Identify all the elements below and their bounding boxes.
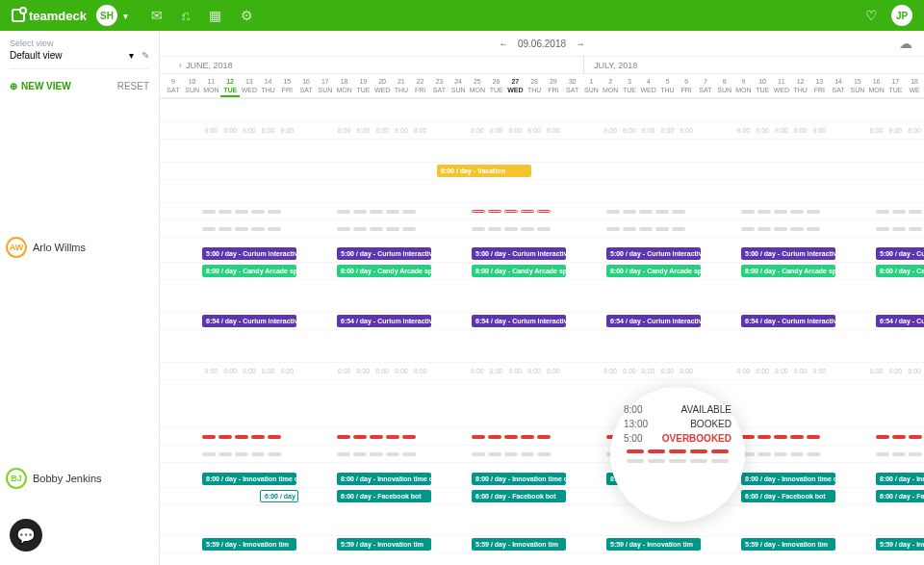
day-column[interactable]: 8SUN	[715, 74, 734, 97]
booking-bar[interactable]: 8:00 / day - Innovation time of	[202, 473, 296, 485]
day-column[interactable]: 12THU	[791, 74, 810, 97]
cloud-download-icon[interactable]: ☁	[899, 36, 912, 51]
booking-bar[interactable]: 5:59 / day - Innovation tim	[606, 538, 701, 551]
booking-bar[interactable]: 5:59 / day - Innovation tim	[876, 538, 924, 551]
booking-bar[interactable]: 5:59 / day - Innovation tim	[472, 538, 566, 551]
booking-bar[interactable]: 8:00 / day - Innovation time of	[876, 473, 924, 485]
booking-bar[interactable]: 6:54 / day - Curium Interactiv	[202, 315, 296, 327]
timeline-icon[interactable]: ⎌	[182, 8, 190, 23]
day-column[interactable]: 17SUN	[316, 74, 335, 97]
booking-bar[interactable]: 6:54 / day - Curium Interactiv	[472, 315, 566, 327]
day-column[interactable]: 9SAT	[164, 74, 183, 97]
day-column[interactable]: 22FRI	[411, 74, 430, 97]
day-column[interactable]: 26TUE	[487, 74, 506, 97]
booking-bar[interactable]: 6:00 / day	[260, 490, 298, 502]
arrow-right-icon[interactable]: →	[576, 39, 585, 49]
bell-icon[interactable]: ♡	[865, 8, 878, 23]
user-avatar[interactable]: JP	[891, 5, 912, 26]
reset-button[interactable]: RESET	[117, 81, 149, 91]
arrow-left-icon[interactable]: ←	[499, 39, 508, 49]
day-column[interactable]: 3TUE	[620, 74, 639, 97]
day-column[interactable]: 5THU	[658, 74, 678, 97]
booking-bar[interactable]: 6:00 / day - Facebook bot	[876, 490, 924, 502]
resource-row[interactable]: BJ Bobby Jenkins	[6, 468, 102, 489]
booking-bar[interactable]: 8:00 / day - Candy Arcade sp.	[606, 265, 701, 277]
booking-bar[interactable]: 6:00 / day - Facebook bot	[741, 490, 835, 502]
booking-bar[interactable]: 8:00 / day - Innovation time of	[337, 473, 431, 485]
day-column[interactable]: 28THU	[525, 74, 544, 97]
booking-bar[interactable]: 5:00 / day - Curium Interactiv	[337, 247, 431, 260]
settings-icon[interactable]: ⚙	[241, 8, 253, 23]
booking-bar[interactable]: 8:00 / day - Candy Arcade sp.	[337, 265, 431, 277]
day-column[interactable]: 15FRI	[278, 74, 297, 97]
chevron-down-icon[interactable]: ▾	[129, 50, 134, 61]
day-column[interactable]: 7SAT	[696, 74, 715, 97]
inbox-icon[interactable]: ✉	[151, 8, 163, 23]
booking-bar[interactable]: 6:54 / day - Curium Interactiv	[876, 315, 924, 327]
logo[interactable]: teamdeck	[12, 9, 87, 23]
day-column[interactable]: 11MON	[202, 74, 221, 97]
day-column[interactable]: 25MON	[468, 74, 487, 97]
workspace-avatar[interactable]: SH	[96, 5, 117, 26]
day-column[interactable]: 10TUE	[753, 74, 772, 97]
booking-bar[interactable]: 5:00 / day - Curium Interactiv	[202, 247, 296, 260]
day-column[interactable]: 19TUE	[354, 74, 373, 97]
new-view-button[interactable]: ⊕NEW VIEW	[10, 81, 71, 91]
day-column[interactable]: 27WED	[506, 74, 526, 97]
day-column[interactable]: 20WED	[372, 74, 392, 97]
booking-bar[interactable]: 6:54 / day - Curium Interactiv	[337, 315, 431, 327]
booking-bar[interactable]: 5:59 / day - Innovation tim	[202, 538, 296, 551]
booking-bar[interactable]: 6:00 / day - Facebook bot	[472, 490, 566, 502]
booking-bar[interactable]: 5:59 / day - Innovation tim	[337, 538, 431, 551]
day-column[interactable]: 18WE	[905, 74, 924, 97]
booking-bar[interactable]: 6:54 / day - Curium Interactiv	[606, 315, 701, 327]
booking-bar[interactable]: 8:00 / day - Candy Arcade sp.	[876, 265, 924, 277]
arrow-left-icon[interactable]: ‹	[179, 61, 182, 70]
current-date[interactable]: 09.06.2018	[518, 39, 566, 49]
day-column[interactable]: 30SAT	[563, 74, 582, 97]
day-column[interactable]: 18MON	[335, 74, 354, 97]
day-column[interactable]: 14SAT	[829, 74, 848, 97]
day-column[interactable]: 16MON	[867, 74, 886, 97]
booking-bar-vacation[interactable]: 8:00 / day - Vacation	[437, 165, 531, 177]
logo-text: teamdeck	[29, 9, 87, 23]
day-column[interactable]: 13FRI	[810, 74, 830, 97]
day-column[interactable]: 12TUE	[220, 74, 240, 97]
booking-bar[interactable]: 8:00 / day - Innovation time of	[741, 473, 835, 485]
chat-widget[interactable]: 💬	[10, 519, 42, 552]
day-column[interactable]: 2MON	[601, 74, 620, 97]
booking-bar[interactable]: 5:59 / day - Innovation tim	[741, 538, 835, 551]
day-column[interactable]: 4WED	[639, 74, 658, 97]
day-column[interactable]: 1SUN	[582, 74, 602, 97]
day-column[interactable]: 21THU	[392, 74, 411, 97]
tooltip-hours: 5:00	[624, 433, 642, 444]
day-column[interactable]: 11WED	[772, 74, 791, 97]
booking-bar[interactable]: 8:00 / day - Innovation time of	[472, 473, 566, 485]
view-selector[interactable]: Default view ▾✎	[10, 50, 149, 69]
day-column[interactable]: 23SAT	[430, 74, 449, 97]
day-column[interactable]: 24SUN	[449, 74, 468, 97]
day-column[interactable]: 6FRI	[677, 74, 696, 97]
day-column[interactable]: 14THU	[259, 74, 278, 97]
day-column[interactable]: 16SAT	[296, 74, 316, 97]
day-column[interactable]: 13WED	[240, 74, 259, 97]
booking-bar[interactable]: 5:00 / day - Curium Interactiv	[606, 247, 701, 260]
day-column[interactable]: 9MON	[734, 74, 754, 97]
edit-icon[interactable]: ✎	[141, 50, 149, 61]
booking-bar[interactable]: 8:00 / day - Candy Arcade sp.	[741, 265, 835, 277]
booking-bar[interactable]: 5:00 / day - Curium Interactiv	[876, 247, 924, 260]
booking-bar[interactable]: 6:00 / day - Facebook bot	[337, 490, 431, 502]
booking-bar[interactable]: 6:54 / day - Curium Interactiv	[741, 315, 835, 327]
booking-bar[interactable]: 8:00 / day - Candy Arcade sp.	[472, 265, 566, 277]
day-column[interactable]: 29FRI	[544, 74, 563, 97]
chevron-down-icon[interactable]: ▾	[123, 11, 128, 21]
resource-row[interactable]: AW Arlo Willms	[6, 237, 86, 258]
timeline-grid[interactable]: ◷8:008:008:008:008:008:008:008:008:008:0…	[160, 99, 924, 553]
calendar-icon[interactable]: ▦	[209, 8, 221, 23]
booking-bar[interactable]: 8:00 / day - Candy Arcade sp.	[202, 265, 296, 277]
booking-bar[interactable]: 5:00 / day - Curium Interactiv	[741, 247, 835, 260]
day-column[interactable]: 10SUN	[183, 74, 202, 97]
day-column[interactable]: 17TUE	[886, 74, 906, 97]
booking-bar[interactable]: 5:00 / day - Curium Interactiv	[472, 247, 566, 260]
day-column[interactable]: 15SUN	[848, 74, 867, 97]
